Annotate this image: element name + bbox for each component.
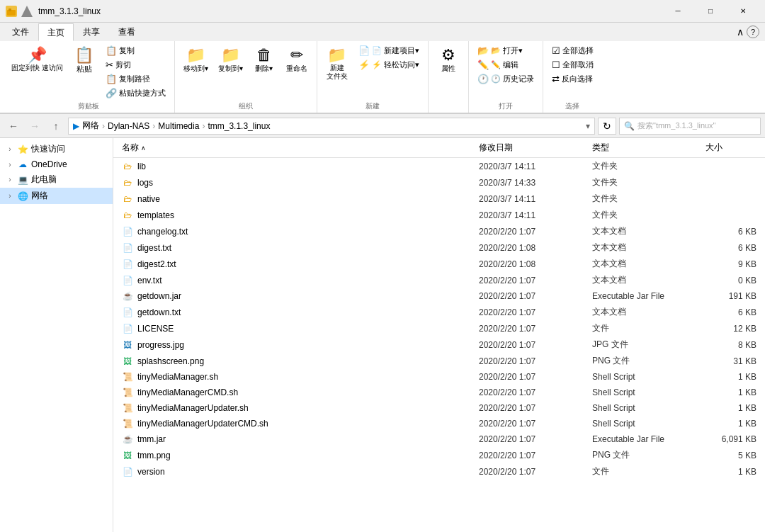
cut-button[interactable]: ✂ 剪切 <box>101 58 170 72</box>
table-row[interactable]: 📄 env.txt 2020/2/20 1:07 文本文档 0 KB <box>113 272 765 288</box>
paste-shortcut-icon: 🔗 <box>106 88 117 98</box>
path-chevron-icon: ▶ <box>73 121 79 131</box>
table-row[interactable]: 🗁 lib 2020/3/7 14:11 文件夹 <box>113 158 765 174</box>
table-row[interactable]: 🖼 tmm.png 2020/2/20 1:07 PNG 文件 5 KB <box>113 447 765 463</box>
table-row[interactable]: 📄 digest.txt 2020/2/20 1:08 文本文档 6 KB <box>113 239 765 256</box>
sidebar-item-quick-access[interactable]: › ⭐ 快速访问 <box>0 141 113 157</box>
close-button[interactable]: ✕ <box>727 0 759 23</box>
copy-icon: 📋 <box>106 45 117 56</box>
table-row[interactable]: 📜 tinyMediaManager.sh 2020/2/20 1:07 She… <box>113 369 765 385</box>
file-name-cell: 📜 tinyMediaManagerUpdaterCMD.sh <box>119 417 476 430</box>
invert-selection-button[interactable]: ⇄ 反向选择 <box>548 72 598 86</box>
file-name-text: templates <box>137 210 174 220</box>
path-nas[interactable]: Dylan-NAS <box>108 121 149 131</box>
file-date-cell: 2020/2/20 1:07 <box>476 450 589 461</box>
new-small-buttons: 📄 📄 新建项目▾ ⚡ ⚡ 轻松访问▾ <box>354 44 424 72</box>
tab-home[interactable]: 主页 <box>38 23 74 41</box>
up-button[interactable]: ↑ <box>47 117 65 135</box>
file-type-cell: 文件夹 <box>589 159 703 173</box>
sidebar: › ⭐ 快速访问 › ☁ OneDrive › 💻 此电脑 › 🌐 网络 <box>0 138 113 532</box>
file-type-icon: 📜 <box>122 418 133 429</box>
header-name[interactable]: 名称 ∧ <box>119 140 476 155</box>
deselect-all-button[interactable]: ☐ 全部取消 <box>548 58 598 72</box>
file-name-cell: 📜 tinyMediaManagerCMD.sh <box>119 386 476 399</box>
new-folder-button[interactable]: 📁 新建文件夹 <box>322 44 353 84</box>
delete-button[interactable]: 🗑 删除▾ <box>249 44 280 77</box>
table-row[interactable]: ☕ tmm.jar 2020/2/20 1:07 Executable Jar … <box>113 431 765 447</box>
path-sep-2: › <box>152 121 155 131</box>
edit-icon: ✏️ <box>477 60 489 70</box>
table-row[interactable]: 🖼 splashscreen.png 2020/2/20 1:07 PNG 文件… <box>113 353 765 369</box>
properties-button[interactable]: ⚙ 属性 <box>433 44 464 77</box>
table-row[interactable]: 🗁 native 2020/3/7 14:11 文件夹 <box>113 191 765 207</box>
paste-button[interactable]: 📋 粘贴 <box>69 44 100 77</box>
file-type-icon: 🖼 <box>122 356 133 367</box>
sort-arrow-icon: ∧ <box>141 145 146 152</box>
new-item-button[interactable]: 📄 📄 新建项目▾ <box>354 44 424 57</box>
file-date-cell: 2020/3/7 14:33 <box>476 177 589 188</box>
table-row[interactable]: 📄 LICENSE 2020/2/20 1:07 文件 12 KB <box>113 320 765 336</box>
back-button[interactable]: ← <box>4 117 23 135</box>
copy-button[interactable]: 📋 复制 <box>101 44 170 57</box>
sidebar-item-this-pc[interactable]: › 💻 此电脑 <box>0 171 113 188</box>
file-size-cell: 12 KB <box>703 323 759 334</box>
header-size[interactable]: 大小 <box>703 140 759 155</box>
copy-path-button[interactable]: 📋 复制路径 <box>101 72 170 86</box>
table-row[interactable]: 📜 tinyMediaManagerCMD.sh 2020/2/20 1:07 … <box>113 385 765 400</box>
sidebar-label-this-pc: 此电脑 <box>31 174 107 186</box>
table-row[interactable]: 📄 version 2020/2/20 1:07 文件 1 KB <box>113 463 765 480</box>
file-type-cell: 文本文档 <box>589 225 703 238</box>
paste-shortcut-button[interactable]: 🔗 粘贴快捷方式 <box>101 86 170 100</box>
maximize-button[interactable]: □ <box>694 0 727 23</box>
sidebar-item-network[interactable]: › 🌐 网络 <box>0 188 113 204</box>
file-type-icon: 🖼 <box>122 339 133 351</box>
tab-view[interactable]: 查看 <box>109 23 144 41</box>
select-all-button[interactable]: ☑ 全部选择 <box>548 44 598 57</box>
easy-access-button[interactable]: ⚡ ⚡ 轻松访问▾ <box>354 58 424 72</box>
move-to-button[interactable]: 📁 移动到▾ <box>179 44 212 77</box>
header-date[interactable]: 修改日期 <box>476 140 589 155</box>
main-content: › ⭐ 快速访问 › ☁ OneDrive › 💻 此电脑 › 🌐 网络 名称 … <box>0 138 765 532</box>
path-multimedia[interactable]: Multimedia <box>158 121 199 131</box>
file-type-cell: 文件夹 <box>589 192 703 205</box>
cut-label: 剪切 <box>115 60 131 70</box>
minimize-button[interactable]: ─ <box>662 0 694 23</box>
refresh-button[interactable]: ↻ <box>598 118 616 135</box>
tab-file[interactable]: 文件 <box>3 23 38 41</box>
tab-share[interactable]: 共享 <box>74 23 109 41</box>
sidebar-item-onedrive[interactable]: › ☁ OneDrive <box>0 157 113 171</box>
table-row[interactable]: 🖼 progress.jpg 2020/2/20 1:07 JPG 文件 8 K… <box>113 336 765 353</box>
file-type-cell: PNG 文件 <box>589 354 703 368</box>
file-name-text: version <box>137 467 165 477</box>
file-type-icon: 📜 <box>122 371 133 383</box>
ribbon-content: 📌 固定到快 速访问 📋 粘贴 📋 复制 ✂ 剪切 <box>0 41 765 113</box>
copy-to-button[interactable]: 📁 复制到▾ <box>214 44 247 77</box>
path-folder[interactable]: tmm_3.1.3_linux <box>208 121 270 131</box>
table-row[interactable]: 📄 getdown.txt 2020/2/20 1:07 文本文档 6 KB <box>113 304 765 320</box>
address-path[interactable]: ▶ 网络 › Dylan-NAS › Multimedia › tmm_3.1.… <box>68 118 595 135</box>
path-network[interactable]: 网络 <box>82 120 99 132</box>
edit-button[interactable]: ✏️ ✏️ 编辑 <box>473 58 538 72</box>
open-button[interactable]: 📂 📂 打开▾ <box>473 44 538 57</box>
table-row[interactable]: ☕ getdown.jar 2020/2/20 1:07 Executable … <box>113 288 765 304</box>
chevron-up-icon[interactable]: ∧ <box>737 26 744 38</box>
help-icon[interactable]: ? <box>747 26 759 38</box>
table-row[interactable]: 📄 changelog.txt 2020/2/20 1:07 文本文档 6 KB <box>113 223 765 239</box>
table-row[interactable]: 📜 tinyMediaManagerUpdaterCMD.sh 2020/2/2… <box>113 416 765 431</box>
file-name-cell: ☕ getdown.jar <box>119 290 476 302</box>
table-row[interactable]: 🗁 logs 2020/3/7 14:33 文件夹 <box>113 174 765 191</box>
header-type[interactable]: 类型 <box>589 140 703 155</box>
rename-label: 重命名 <box>286 64 307 74</box>
file-name-text: tmm.jar <box>137 434 166 444</box>
file-name-text: logs <box>137 178 153 188</box>
table-row[interactable]: 📄 digest2.txt 2020/2/20 1:08 文本文档 9 KB <box>113 256 765 272</box>
search-box[interactable]: 🔍 搜索"tmm_3.1.3_linux" <box>619 118 761 135</box>
history-button[interactable]: 🕐 🕐 历史记录 <box>473 72 538 86</box>
pin-to-quick-access-button[interactable]: 📌 固定到快 速访问 <box>7 44 67 75</box>
path-dropdown-icon[interactable]: ▾ <box>586 121 590 131</box>
forward-button[interactable]: → <box>26 117 44 135</box>
file-name-text: digest2.txt <box>137 259 176 269</box>
table-row[interactable]: 📜 tinyMediaManagerUpdater.sh 2020/2/20 1… <box>113 400 765 416</box>
table-row[interactable]: 🗁 templates 2020/3/7 14:11 文件夹 <box>113 207 765 223</box>
rename-button[interactable]: ✏ 重命名 <box>281 44 312 77</box>
